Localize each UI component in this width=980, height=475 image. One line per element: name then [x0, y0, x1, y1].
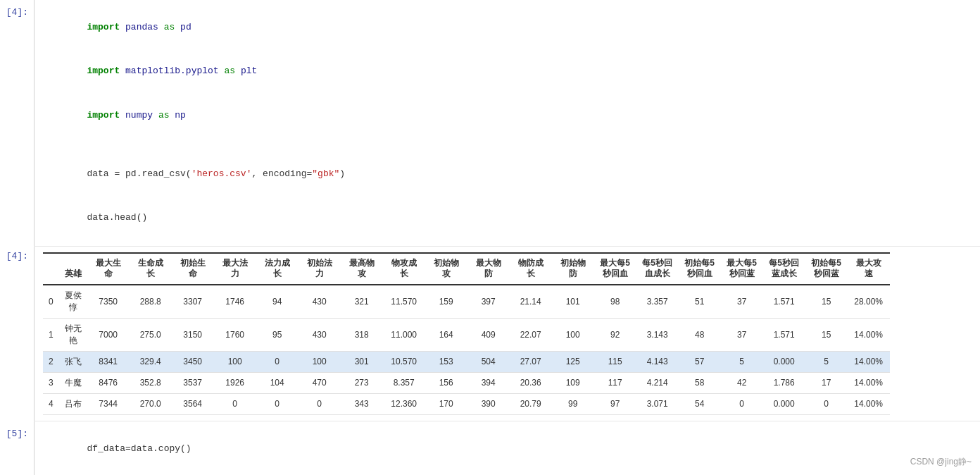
cell-5-code[interactable]: df_data=data.copy() df_data.describe() — [34, 421, 980, 475]
row-maxhp-3: 8476 — [87, 372, 130, 393]
code-line-6: data.head() — [43, 196, 972, 240]
row-maxregen5-0: 98 — [594, 285, 636, 319]
table-row: 4 吕布 7344 270.0 3564 0 0 0 343 12.360 17… — [43, 393, 890, 414]
row-maxdef-0: 397 — [467, 285, 510, 319]
row-maxmp-0: 1746 — [214, 285, 256, 319]
row-maxspd-2: 14.00% — [848, 351, 890, 372]
row-maxmp-3: 1926 — [214, 372, 256, 393]
row-inithp-1: 3150 — [172, 318, 214, 351]
row-initmp5-4: 0 — [805, 393, 848, 414]
col-header-atkgrow: 物攻成长 — [383, 253, 425, 285]
data-table: 英雄 最大生命 生命成长 初始生命 最大法力 法力成长 初始法力 最高物攻 物攻… — [43, 252, 890, 415]
col-header-maxspd: 最大攻速 — [848, 253, 890, 285]
row-inithp-3: 3537 — [172, 372, 214, 393]
row-initregen5-3: 58 — [679, 372, 721, 393]
row-initdef-1: 100 — [552, 318, 594, 351]
row-initdef-2: 125 — [552, 351, 594, 372]
row-maxspd-0: 28.00% — [848, 285, 890, 319]
cell-4-output: [4]: 英雄 最大生命 生命成长 初始生命 最大法力 法力成长 初始法力 — [0, 247, 980, 421]
notebook: [4]: import pandas as pd import matplotl… — [0, 0, 980, 475]
row-idx-2: 2 — [43, 351, 59, 372]
col-header-maxhp: 最大生命 — [87, 253, 130, 285]
col-header-initatk: 初始物攻 — [425, 253, 467, 285]
row-idx-0: 0 — [43, 285, 59, 319]
row-idx-4: 4 — [43, 393, 59, 414]
row-hpgrow-0: 288.8 — [130, 285, 172, 319]
row-hpgrow-2: 329.4 — [130, 351, 172, 372]
cell-4-output-number: [4]: — [0, 247, 34, 421]
row-maxmp5-2: 5 — [721, 351, 763, 372]
row-mpgrow-3: 104 — [256, 372, 299, 393]
row-maxspd-3: 14.00% — [848, 372, 890, 393]
row-initatk-0: 159 — [425, 285, 467, 319]
row-maxmp5-4: 0 — [721, 393, 763, 414]
col-header-mp5grow: 每5秒回蓝成长 — [763, 253, 805, 285]
row-maxatk-4: 343 — [341, 393, 383, 414]
row-regen5grow-0: 3.357 — [636, 285, 679, 319]
row-regen5grow-3: 4.214 — [636, 372, 679, 393]
row-idx-1: 1 — [43, 318, 59, 351]
col-header-regen5grow: 每5秒回血成长 — [636, 253, 679, 285]
row-initatk-2: 153 — [425, 351, 467, 372]
row-initmp-4: 0 — [299, 393, 341, 414]
row-hero-4: 吕布 — [59, 393, 87, 414]
row-initdef-3: 109 — [552, 372, 594, 393]
col-header-initdef: 初始物防 — [552, 253, 594, 285]
row-initatk-3: 156 — [425, 372, 467, 393]
row-maxatk-1: 318 — [341, 318, 383, 351]
row-maxmp5-0: 37 — [721, 285, 763, 319]
col-header-hpgrow: 生命成长 — [130, 253, 172, 285]
data-table-container: 英雄 最大生命 生命成长 初始生命 最大法力 法力成长 初始法力 最高物攻 物攻… — [34, 249, 980, 418]
row-hero-2: 张飞 — [59, 351, 87, 372]
row-regen5grow-4: 3.071 — [636, 393, 679, 414]
row-mp5grow-1: 1.571 — [763, 318, 805, 351]
row-maxregen5-3: 117 — [594, 372, 636, 393]
row-maxregen5-2: 115 — [594, 351, 636, 372]
cell-4-code[interactable]: import pandas as pd import matplotlib.py… — [34, 0, 980, 246]
row-initdef-4: 99 — [552, 393, 594, 414]
row-initmp-1: 430 — [299, 318, 341, 351]
col-header-defgrow: 物防成长 — [510, 253, 552, 285]
row-initmp5-1: 15 — [805, 318, 848, 351]
row-maxregen5-1: 92 — [594, 318, 636, 351]
cell-4-input: [4]: import pandas as pd import matplotl… — [0, 0, 980, 246]
table-row-highlighted: 2 张飞 8341 329.4 3450 100 0 100 301 10.57… — [43, 351, 890, 372]
row-maxmp5-3: 42 — [721, 372, 763, 393]
row-atkgrow-4: 12.360 — [383, 393, 425, 414]
row-hpgrow-3: 352.8 — [130, 372, 172, 393]
row-mpgrow-1: 95 — [256, 318, 299, 351]
code-line-3: import numpy as np — [43, 94, 972, 137]
col-header-inithp: 初始生命 — [172, 253, 214, 285]
row-mp5grow-4: 0.000 — [763, 393, 805, 414]
row-inithp-4: 3564 — [172, 393, 214, 414]
row-defgrow-2: 27.07 — [510, 351, 552, 372]
row-maxdef-1: 409 — [467, 318, 510, 351]
watermark: CSDN @jing静~ — [910, 456, 972, 468]
table-row: 3 牛魔 8476 352.8 3537 1926 104 470 273 8.… — [43, 372, 890, 393]
row-maxdef-4: 390 — [467, 393, 510, 414]
row-inithp-2: 3450 — [172, 351, 214, 372]
row-maxmp-4: 0 — [214, 393, 256, 414]
row-defgrow-4: 20.79 — [510, 393, 552, 414]
row-maxatk-2: 301 — [341, 351, 383, 372]
row-mp5grow-0: 1.571 — [763, 285, 805, 319]
code-line-5-2: df_data.describe() — [43, 471, 972, 475]
table-row: 0 夏侯惇 7350 288.8 3307 1746 94 430 321 11… — [43, 285, 890, 319]
table-header-row: 英雄 最大生命 生命成长 初始生命 最大法力 法力成长 初始法力 最高物攻 物攻… — [43, 253, 890, 285]
col-header-hero: 英雄 — [59, 253, 87, 285]
row-initdef-0: 101 — [552, 285, 594, 319]
row-regen5grow-1: 3.143 — [636, 318, 679, 351]
row-maxatk-3: 273 — [341, 372, 383, 393]
row-hero-3: 牛魔 — [59, 372, 87, 393]
row-maxmp-1: 1760 — [214, 318, 256, 351]
row-maxmp-2: 100 — [214, 351, 256, 372]
code-line-2: import matplotlib.pyplot as plt — [43, 49, 972, 93]
col-header-maxmp: 最大法力 — [214, 253, 256, 285]
row-hpgrow-1: 275.0 — [130, 318, 172, 351]
row-initregen5-2: 57 — [679, 351, 721, 372]
col-header-maxatk: 最高物攻 — [341, 253, 383, 285]
col-header-initmp5: 初始每5秒回蓝 — [805, 253, 848, 285]
row-maxdef-2: 504 — [467, 351, 510, 372]
row-maxhp-2: 8341 — [87, 351, 130, 372]
row-maxdef-3: 394 — [467, 372, 510, 393]
